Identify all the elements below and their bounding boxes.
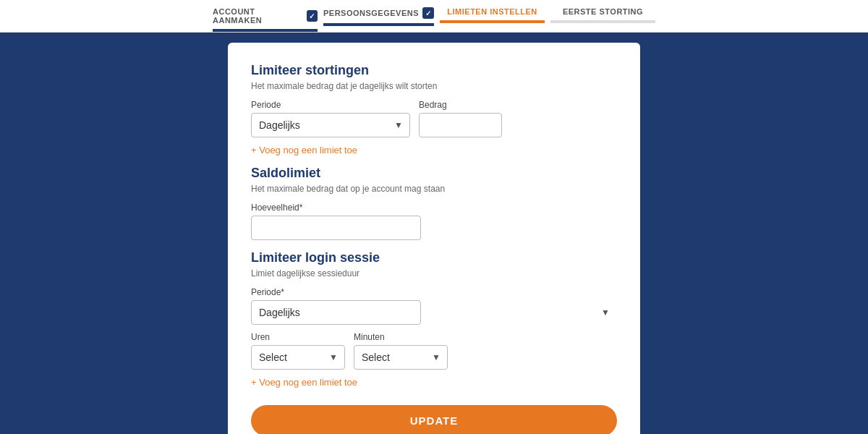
step-account-bar <box>213 29 318 32</box>
login-periode-arrow-icon: ▼ <box>601 307 610 318</box>
login-periode-group: Periode* Dagelijks Wekelijks Maandelijks… <box>251 287 617 325</box>
saldolimiet-hoeveelheid-input[interactable] <box>251 216 421 240</box>
step-storting-bar <box>550 20 655 23</box>
saldolimiet-hoeveelheid-group: Hoeveelheid* <box>251 203 617 240</box>
login-periode-wrapper: Dagelijks Wekelijks Maandelijks ▼ <box>251 300 617 325</box>
limiteer-stortingen-title: Limiteer stortingen <box>251 63 617 78</box>
saldolimiet-title: Saldolimiet <box>251 166 617 181</box>
limiteer-login-desc: Limiet dagelijkse sessieduur <box>251 268 617 278</box>
stortingen-bedrag-input[interactable] <box>419 113 502 137</box>
limiteer-login-title: Limiteer login sessie <box>251 250 617 265</box>
saldolimiet-desc: Het maximale bedrag dat op je account ma… <box>251 184 617 194</box>
step-account-check <box>307 10 318 22</box>
login-uren-label: Uren <box>251 332 345 342</box>
step-limieten: LIMIETEN INSTELLEN <box>437 0 548 32</box>
saldolimiet-section: Saldolimiet Het maximale bedrag dat op j… <box>251 166 617 240</box>
login-periode-label: Periode* <box>251 287 617 297</box>
saldolimiet-hoeveelheid-label: Hoeveelheid* <box>251 203 617 213</box>
limiteer-stortingen-section: Limiteer stortingen Het maximale bedrag … <box>251 63 617 166</box>
stortingen-periode-group: Periode Dagelijks Wekelijks Maandelijks … <box>251 100 410 137</box>
step-storting: EERSTE STORTING <box>548 0 658 32</box>
step-persoonsgegevens-check <box>422 7 434 19</box>
limiteer-login-section: Limiteer login sessie Limiet dagelijkse … <box>251 250 617 398</box>
login-add-link[interactable]: + Voeg nog een limiet toe <box>251 377 357 388</box>
step-account-label: ACCOUNT AANMAKEN <box>213 7 303 25</box>
login-uren-group: Uren Select 1234 5678 ▼ <box>251 332 345 370</box>
step-persoonsgegevens: PERSOONSGEGEVENS <box>320 0 437 32</box>
stortingen-add-link[interactable]: + Voeg nog een limiet toe <box>251 145 357 156</box>
limiteer-stortingen-desc: Het maximale bedrag dat je dagelijks wil… <box>251 81 617 91</box>
step-persoonsgegevens-bar <box>323 23 434 26</box>
login-minuten-label: Minuten <box>354 332 448 342</box>
stortingen-row: Periode Dagelijks Wekelijks Maandelijks … <box>251 100 617 137</box>
login-uren-wrapper: Select 1234 5678 ▼ <box>251 345 345 370</box>
stortingen-periode-wrapper: Dagelijks Wekelijks Maandelijks ▼ <box>251 113 410 137</box>
step-persoonsgegevens-label: PERSOONSGEGEVENS <box>323 9 419 17</box>
stortingen-periode-label: Periode <box>251 100 410 110</box>
stortingen-bedrag-group: Bedrag <box>419 100 502 137</box>
login-uren-select[interactable]: Select 1234 5678 <box>251 345 345 370</box>
step-storting-label: EERSTE STORTING <box>563 7 643 16</box>
stortingen-periode-select[interactable]: Dagelijks Wekelijks Maandelijks <box>251 113 410 137</box>
login-periode-select[interactable]: Dagelijks Wekelijks Maandelijks <box>251 300 421 325</box>
login-minuten-wrapper: Select 0153045 ▼ <box>354 345 448 370</box>
login-minuten-group: Minuten Select 0153045 ▼ <box>354 332 448 370</box>
stepper: ACCOUNT AANMAKEN PERSOONSGEGEVENS LIMIET… <box>0 0 868 33</box>
update-button[interactable]: UPDATE <box>251 405 617 434</box>
step-account: ACCOUNT AANMAKEN <box>210 0 320 32</box>
stortingen-bedrag-label: Bedrag <box>419 100 502 110</box>
login-time-row: Uren Select 1234 5678 ▼ Minuten Select 0… <box>251 332 617 370</box>
main-card: Limiteer stortingen Het maximale bedrag … <box>228 43 640 434</box>
step-limieten-bar <box>440 20 545 23</box>
login-minuten-select[interactable]: Select 0153045 <box>354 345 448 370</box>
step-limieten-label: LIMIETEN INSTELLEN <box>447 7 537 16</box>
